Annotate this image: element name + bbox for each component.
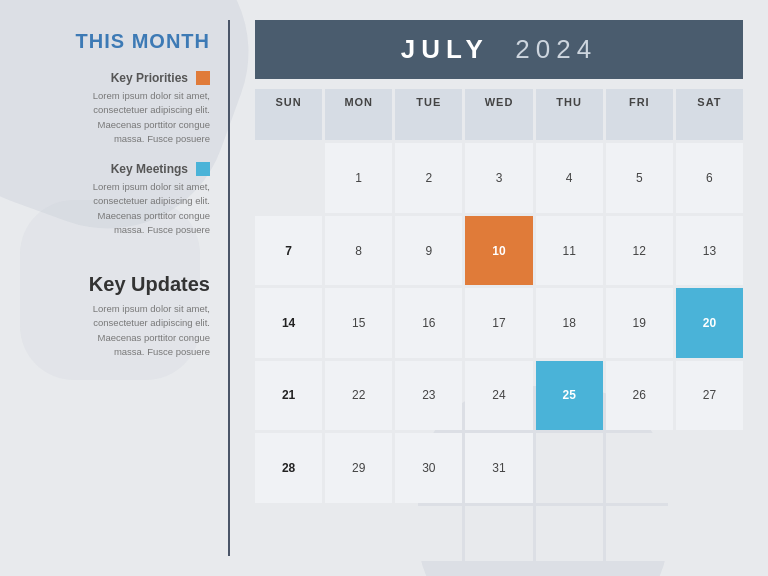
day-cell-24: 24 — [465, 361, 532, 430]
day-cell-26: 26 — [606, 361, 673, 430]
day-cell-2: 2 — [395, 143, 462, 212]
day-cell-11: 11 — [536, 216, 603, 285]
day-cell-10-highlight: 10 — [465, 216, 532, 285]
meetings-label-row: Key Meetings — [30, 162, 210, 176]
key-updates-section: Key Updates Lorem ipsum dolor sit amet,c… — [30, 273, 210, 359]
day-cell-8: 8 — [325, 216, 392, 285]
priorities-color-box — [196, 71, 210, 85]
sidebar-title: THIS MONTH — [30, 30, 210, 53]
day-cell-6: 6 — [676, 143, 743, 212]
day-cell-14: 14 — [255, 288, 322, 357]
day-cell-18: 18 — [536, 288, 603, 357]
day-cell-16: 16 — [395, 288, 462, 357]
calendar-grid: SUN MON TUE WED THU FRI SAT 1 2 3 4 5 6 … — [255, 89, 743, 561]
day-header-sun: SUN — [255, 89, 322, 140]
key-updates-title: Key Updates — [30, 273, 210, 296]
day-cell-1: 1 — [325, 143, 392, 212]
calendar-section: JULY 2024 SUN MON TUE WED THU FRI SAT 1 … — [230, 0, 768, 576]
day-cell-empty — [255, 143, 322, 212]
day-cell-28: 28 — [255, 433, 322, 502]
priorities-section: Key Priorities Lorem ipsum dolor sit ame… — [30, 71, 210, 146]
calendar-header: JULY 2024 — [255, 20, 743, 79]
day-cell-extra-1 — [255, 506, 322, 561]
day-cell-empty-2 — [606, 433, 673, 502]
day-cell-31: 31 — [465, 433, 532, 502]
day-header-mon: MON — [325, 89, 392, 140]
day-cell-extra-6 — [606, 506, 673, 561]
meetings-label: Key Meetings — [111, 162, 188, 176]
priorities-description: Lorem ipsum dolor sit amet,consectetuer … — [30, 89, 210, 146]
day-cell-17: 17 — [465, 288, 532, 357]
main-container: THIS MONTH Key Priorities Lorem ipsum do… — [0, 0, 768, 576]
day-cell-15: 15 — [325, 288, 392, 357]
day-cell-21: 21 — [255, 361, 322, 430]
priorities-label: Key Priorities — [111, 71, 188, 85]
day-cell-22: 22 — [325, 361, 392, 430]
day-header-sat: SAT — [676, 89, 743, 140]
day-header-wed: WED — [465, 89, 532, 140]
meetings-description: Lorem ipsum dolor sit amet,consectetuer … — [30, 180, 210, 237]
day-header-tue: TUE — [395, 89, 462, 140]
day-cell-27: 27 — [676, 361, 743, 430]
day-cell-5: 5 — [606, 143, 673, 212]
key-updates-description: Lorem ipsum dolor sit amet,consectetuer … — [30, 302, 210, 359]
day-cell-9: 9 — [395, 216, 462, 285]
meetings-section: Key Meetings Lorem ipsum dolor sit amet,… — [30, 162, 210, 237]
day-cell-29: 29 — [325, 433, 392, 502]
day-cell-extra-2 — [325, 506, 392, 561]
day-cell-19: 19 — [606, 288, 673, 357]
day-cell-extra-5 — [536, 506, 603, 561]
sidebar: THIS MONTH Key Priorities Lorem ipsum do… — [0, 0, 230, 576]
day-header-thu: THU — [536, 89, 603, 140]
day-cell-25-highlight: 25 — [536, 361, 603, 430]
day-cell-7: 7 — [255, 216, 322, 285]
day-cell-3: 3 — [465, 143, 532, 212]
day-cell-23: 23 — [395, 361, 462, 430]
priorities-label-row: Key Priorities — [30, 71, 210, 85]
calendar-year: 2024 — [515, 34, 597, 64]
day-cell-extra-4 — [465, 506, 532, 561]
day-header-fri: FRI — [606, 89, 673, 140]
day-cell-13: 13 — [676, 216, 743, 285]
day-cell-extra-7 — [676, 506, 743, 561]
day-cell-12: 12 — [606, 216, 673, 285]
day-cell-30: 30 — [395, 433, 462, 502]
meetings-color-box — [196, 162, 210, 176]
day-cell-empty-3 — [676, 433, 743, 502]
calendar-month: JULY — [401, 34, 489, 64]
day-cell-empty-1 — [536, 433, 603, 502]
day-cell-4: 4 — [536, 143, 603, 212]
day-cell-extra-3 — [395, 506, 462, 561]
day-cell-20-highlight: 20 — [676, 288, 743, 357]
